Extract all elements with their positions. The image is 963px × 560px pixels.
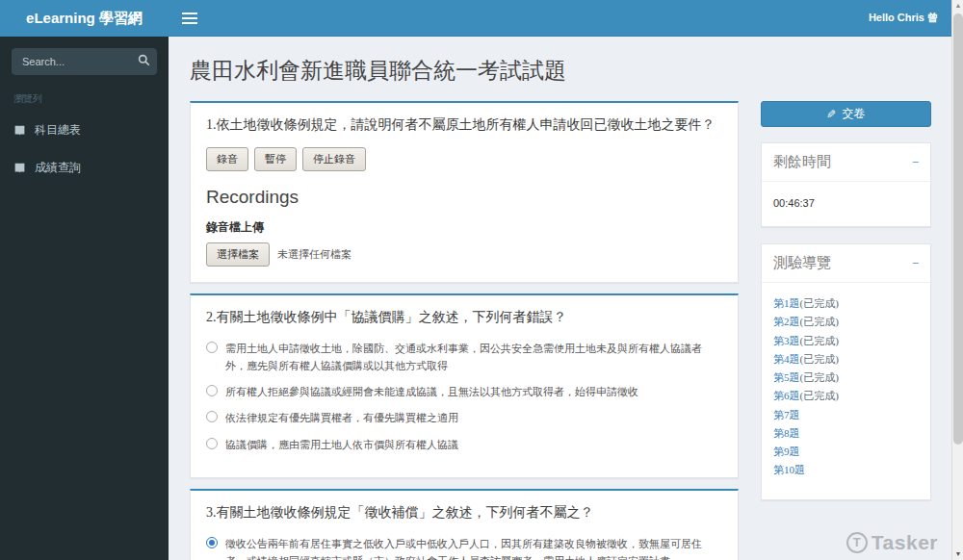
timer-title: 剩餘時間 <box>773 153 831 171</box>
question-card-2: 2.有關土地徵收條例中「協議價購」之敘述，下列何者錯誤？ 需用土地人申請徵收土地… <box>190 293 739 478</box>
main-content: 農田水利會新進職員聯合統一考試試題 1.依土地徵收條例規定，請說明何者不屬原土地… <box>169 37 951 560</box>
nav-question-5[interactable]: 第5題(已完成) <box>773 369 919 387</box>
option-text: 徵收公告兩年前有居住事實之低收入戶或中低收入戶人口，因其所有建築改良物被徵收，致… <box>225 535 722 560</box>
search-icon[interactable] <box>136 54 151 69</box>
sidebar-item-grades[interactable]: 成績查詢 <box>0 149 169 187</box>
nav-question-10[interactable]: 第10題 <box>773 461 919 479</box>
radio-selected-icon[interactable] <box>206 537 218 548</box>
pause-button[interactable]: 暫停 <box>254 147 297 171</box>
nav-question-3[interactable]: 第3題(已完成) <box>773 332 919 350</box>
scroll-down-arrow[interactable]: ▼ <box>952 548 963 560</box>
sidebar: 瀏覽列 科目總表 成績查詢 <box>0 37 169 560</box>
tasker-logo-icon: T <box>846 532 868 553</box>
questions-column: 1.依土地徵收條例規定，請說明何者不屬原土地所有權人申請收回已徵收土地之要件？ … <box>190 101 739 560</box>
upload-label: 錄音檔上傳 <box>206 219 722 236</box>
option-text: 所有權人拒絕參與協議或經開會未能達成協議，且無法以其他方式取得者，始得申請徵收 <box>225 383 638 400</box>
question-3-option-1[interactable]: 徵收公告兩年前有居住事實之低收入戶或中低收入戶人口，因其所有建築改良物被徵收，致… <box>206 535 722 560</box>
book-icon <box>13 162 26 174</box>
nav-question-7[interactable]: 第7題 <box>773 406 919 424</box>
question-2-option-1[interactable]: 需用土地人申請徵收土地，除國防、交通或水利事業，因公共安全急需使用土地未及與所有… <box>206 340 722 374</box>
recordings-heading: Recordings <box>206 187 722 208</box>
option-text: 需用土地人申請徵收土地，除國防、交通或水利事業，因公共安全急需使用土地未及與所有… <box>225 340 722 374</box>
option-text: 依法律規定有優先購買權者，有優先購買權之適用 <box>225 409 458 426</box>
nav-question-8[interactable]: 第8題 <box>773 424 919 443</box>
question-1-title: 1.依土地徵收條例規定，請說明何者不屬原土地所有權人申請收回已徵收土地之要件？ <box>206 116 722 134</box>
submit-exam-button[interactable]: ✎ 交卷 <box>761 101 931 127</box>
question-3-title: 3.有關土地徵收條例規定「徵收補償」之敘述，下列何者不屬之？ <box>206 504 722 522</box>
no-file-text: 未選擇任何檔案 <box>277 247 351 262</box>
quiz-navigation-card: 測驗導覽 − 第1題(已完成) 第2題(已完成) 第3題(已完成) 第4題(已完… <box>761 243 931 500</box>
scrollbar-thumb[interactable] <box>953 13 963 445</box>
nav-question-1[interactable]: 第1題(已完成) <box>773 294 919 313</box>
timer-card: 剩餘時間 − 00:46:37 <box>761 142 931 227</box>
stop-record-button[interactable]: 停止錄音 <box>302 147 366 171</box>
file-input: 選擇檔案 未選擇任何檔案 <box>206 242 722 267</box>
tasker-watermark: T Tasker <box>846 531 938 554</box>
scroll-up-arrow[interactable]: ▲ <box>952 0 963 12</box>
radio-icon[interactable] <box>206 411 218 422</box>
nav-question-6[interactable]: 第6題(已完成) <box>773 387 919 405</box>
app-window: eLearning 學習網 Hello Chris 曾 瀏覽列 科目總表 成績查… <box>0 0 963 560</box>
sidebar-section-label: 瀏覽列 <box>0 81 169 112</box>
nav-question-4[interactable]: 第4題(已完成) <box>773 350 919 369</box>
sidebar-item-label: 科目總表 <box>35 122 81 139</box>
hamburger-icon[interactable] <box>182 10 197 27</box>
nav-question-9[interactable]: 第9題 <box>773 443 919 461</box>
question-2-option-4[interactable]: 協議價購，應由需用土地人依市價與所有權人協議 <box>206 436 722 453</box>
collapse-icon[interactable]: − <box>912 156 919 168</box>
pencil-icon: ✎ <box>826 109 836 120</box>
submit-label: 交卷 <box>843 106 866 122</box>
app-logo[interactable]: eLearning 學習網 <box>0 0 169 37</box>
page-title: 農田水利會新進職員聯合統一考試試題 <box>190 56 951 86</box>
radio-icon[interactable] <box>206 342 218 353</box>
vertical-scrollbar: ▲ ▼ <box>951 0 963 560</box>
quiz-nav-title: 測驗導覽 <box>773 254 831 272</box>
option-text: 協議價購，應由需用土地人依市價與所有權人協議 <box>225 436 458 453</box>
sidebar-search <box>12 48 157 75</box>
book-icon <box>13 124 26 137</box>
top-navbar: Hello Chris 曾 <box>169 0 951 37</box>
radio-icon[interactable] <box>206 438 218 449</box>
question-2-option-2[interactable]: 所有權人拒絕參與協議或經開會未能達成協議，且無法以其他方式取得者，始得申請徵收 <box>206 383 722 400</box>
question-card-3: 3.有關土地徵收條例規定「徵收補償」之敘述，下列何者不屬之？ 徵收公告兩年前有居… <box>190 489 739 560</box>
time-remaining-value: 00:46:37 <box>773 197 815 209</box>
sidebar-item-subjects[interactable]: 科目總表 <box>0 112 169 149</box>
choose-file-button[interactable]: 選擇檔案 <box>206 242 270 267</box>
tasker-watermark-text: Tasker <box>872 531 938 554</box>
radio-icon[interactable] <box>206 385 218 396</box>
question-card-1: 1.依土地徵收條例規定，請說明何者不屬原土地所有權人申請收回已徵收土地之要件？ … <box>190 101 739 283</box>
question-2-option-3[interactable]: 依法律規定有優先購買權者，有優先購買權之適用 <box>206 409 722 426</box>
user-greeting[interactable]: Hello Chris 曾 <box>869 11 938 25</box>
nav-question-2[interactable]: 第2題(已完成) <box>773 313 919 331</box>
exam-sidebar: ✎ 交卷 剩餘時間 − 00:46:37 測驗導覽 − <box>761 101 931 517</box>
sidebar-item-label: 成績查詢 <box>35 160 81 176</box>
record-button[interactable]: 錄音 <box>206 147 248 171</box>
collapse-icon[interactable]: − <box>912 257 919 269</box>
question-2-title: 2.有關土地徵收條例中「協議價購」之敘述，下列何者錯誤？ <box>206 309 722 326</box>
